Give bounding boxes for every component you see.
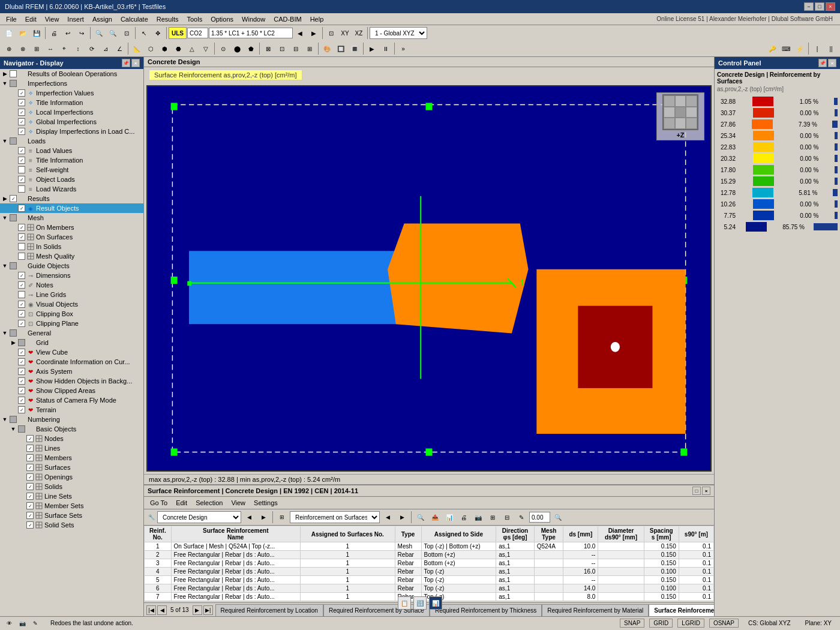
- menu-results[interactable]: Results: [153, 14, 182, 24]
- tree-expand-clipped-areas[interactable]: [10, 387, 17, 394]
- tree-item-title-info-imp[interactable]: ✧Title Information: [0, 98, 143, 107]
- tree-expand-solids[interactable]: [18, 483, 25, 490]
- tree-expand-grid[interactable]: ▶: [10, 339, 17, 346]
- tb2-btn7[interactable]: ⟳: [85, 42, 98, 55]
- tree-expand-member-sets[interactable]: [18, 502, 25, 509]
- tree-expand-general[interactable]: ▼: [1, 329, 8, 337]
- tree-item-global-imperf[interactable]: ✧Global Imperfections: [0, 117, 143, 127]
- tree-item-camera-fly[interactable]: ❤Status of Camera Fly Mode: [0, 395, 143, 405]
- snap-button[interactable]: SNAP: [620, 619, 644, 628]
- tree-checkbox-line-grids[interactable]: [18, 291, 25, 298]
- tree-checkbox-local-imperf[interactable]: [18, 109, 25, 116]
- tree-item-solids[interactable]: Solids: [0, 482, 143, 491]
- tree-item-results[interactable]: ▶Results: [0, 194, 143, 203]
- tree-item-grid[interactable]: ▶Grid: [0, 338, 143, 347]
- tb2-btn9[interactable]: ∠: [113, 42, 126, 55]
- tree-expand-surface-sets[interactable]: [18, 512, 25, 519]
- tree-item-result-objects[interactable]: ◈Result Objects: [0, 203, 143, 213]
- tree-item-title-info-load[interactable]: ≡Title Information: [0, 155, 143, 165]
- tree-expand-axis-system[interactable]: [10, 368, 17, 375]
- tree-checkbox-load-wizards[interactable]: [18, 185, 25, 193]
- table-row[interactable]: 5 Free Rectangular | Rebar | ds : Auto..…: [145, 576, 714, 584]
- tree-item-notes[interactable]: ✐Notes: [0, 280, 143, 290]
- restore-button[interactable]: □: [815, 2, 824, 11]
- tb2-btn17[interactable]: ⬤: [230, 42, 244, 55]
- tree-item-disp-imperf[interactable]: ✧Display Imperfections in Load C...: [0, 127, 143, 136]
- tree-item-clipping-box[interactable]: ⊡Clipping Box: [0, 309, 143, 319]
- results-table-wrapper[interactable]: Reinf.No. Surface ReinforcementName Assi…: [144, 526, 714, 602]
- menu-options[interactable]: Options: [207, 14, 237, 24]
- view-xy-button[interactable]: XY: [338, 26, 352, 40]
- rp-reinf-dropdown[interactable]: Reinforcement on Surfaces: [290, 511, 380, 523]
- tree-expand-bool-ops[interactable]: ▶: [1, 70, 8, 77]
- tree-expand-disp-imperf[interactable]: [10, 128, 17, 135]
- tree-expand-in-solids[interactable]: [10, 243, 17, 250]
- tree-checkbox-on-surfaces[interactable]: [18, 233, 25, 241]
- tree-checkbox-title-info-imp[interactable]: [18, 99, 25, 106]
- tree-expand-global-imperf[interactable]: [10, 118, 17, 125]
- tree-checkbox-nodes[interactable]: [26, 435, 34, 442]
- col-diam[interactable]: Diameterds90° [mm]: [598, 526, 644, 542]
- tree-item-local-imperf[interactable]: ✧Local Imperfections: [0, 107, 143, 117]
- rp-filter-button[interactable]: 🔍: [414, 511, 427, 524]
- tree-item-self-weight[interactable]: ≡Self-weight: [0, 165, 143, 175]
- tree-checkbox-clipping-plane[interactable]: [18, 320, 25, 327]
- tree-expand-visual-objects[interactable]: [10, 301, 17, 308]
- tree-checkbox-self-weight[interactable]: [18, 166, 25, 173]
- tree-checkbox-title-info-load[interactable]: [18, 157, 25, 164]
- col-surfaces[interactable]: Assigned to Surfaces No.: [300, 526, 395, 542]
- tree-item-imperfections[interactable]: ▼Imperfections: [0, 79, 143, 88]
- tree-checkbox-result-objects[interactable]: [18, 205, 25, 212]
- col-mesh[interactable]: MeshType: [534, 526, 563, 542]
- cp-pin-button[interactable]: 📌: [818, 59, 827, 67]
- tree-checkbox-disp-imperf[interactable]: [18, 128, 25, 135]
- tb2-btn16[interactable]: ⊙: [217, 42, 230, 55]
- tree-checkbox-on-members[interactable]: [18, 224, 25, 231]
- tree-checkbox-members[interactable]: [26, 454, 34, 461]
- tree-checkbox-global-imperf[interactable]: [18, 118, 25, 125]
- tree-expand-notes[interactable]: [10, 281, 17, 289]
- tree-item-view-cube[interactable]: ❤View Cube: [0, 347, 143, 357]
- tree-expand-members[interactable]: [18, 454, 25, 461]
- tree-checkbox-in-solids[interactable]: [18, 243, 25, 250]
- tree-checkbox-bool-ops[interactable]: [10, 70, 17, 77]
- tree-item-coord-info[interactable]: ❤Coordinate Information on Cur...: [0, 357, 143, 367]
- tree-expand-imperf-values[interactable]: [10, 89, 17, 97]
- tree-checkbox-coord-info[interactable]: [18, 358, 25, 365]
- tb2-anim2[interactable]: ⏸: [379, 42, 392, 55]
- tb2-btn13[interactable]: ⬣: [172, 42, 185, 55]
- tb2-snap2[interactable]: ⊡: [275, 42, 289, 55]
- tree-item-mesh[interactable]: ▼Mesh: [0, 213, 143, 223]
- tree-checkbox-openings[interactable]: [26, 473, 34, 481]
- tree-item-openings[interactable]: Openings: [0, 472, 143, 482]
- tree-item-on-members[interactable]: On Members: [0, 223, 143, 232]
- tree-expand-load-values[interactable]: [10, 147, 17, 154]
- tree-expand-title-info-imp[interactable]: [10, 99, 17, 106]
- tree-item-basic-objects[interactable]: ▼Basic Objects: [0, 424, 143, 434]
- tb2-btn14[interactable]: △: [185, 42, 199, 55]
- combination-input[interactable]: [187, 28, 208, 38]
- tree-expand-dimensions[interactable]: [10, 272, 17, 279]
- tree-expand-imperfections[interactable]: ▼: [1, 80, 8, 87]
- tb2-btn11[interactable]: ⬡: [144, 42, 157, 55]
- tb2-snap1[interactable]: ⊠: [262, 42, 275, 55]
- tree-checkbox-object-loads[interactable]: [18, 176, 25, 183]
- tb2-more[interactable]: »: [397, 42, 410, 55]
- tree-expand-load-wizards[interactable]: [10, 185, 17, 193]
- tree-expand-result-objects[interactable]: [10, 205, 17, 212]
- tree-expand-lines[interactable]: [18, 445, 25, 452]
- tree-checkbox-member-sets[interactable]: [26, 502, 34, 509]
- tree-item-on-surfaces[interactable]: On Surfaces: [0, 232, 143, 242]
- col-name[interactable]: Surface ReinforcementName: [171, 526, 300, 542]
- col-ds[interactable]: ds [mm]: [563, 526, 598, 542]
- menu-tools[interactable]: Tools: [183, 14, 206, 24]
- col-side[interactable]: Assigned to Side: [421, 526, 496, 542]
- zoom-in-button[interactable]: 🔍: [92, 26, 106, 40]
- table-row[interactable]: 1 On Surface | Mesh | Q524A | Top (-z...…: [145, 542, 714, 551]
- menu-cadbim[interactable]: CAD-BIM: [270, 14, 305, 24]
- col-type[interactable]: Type: [395, 526, 421, 542]
- rp-close-button[interactable]: ×: [702, 487, 710, 495]
- rp-tb6[interactable]: ⊞: [486, 511, 499, 524]
- tree-expand-camera-fly[interactable]: [10, 397, 17, 404]
- tree-checkbox-notes[interactable]: [18, 281, 25, 289]
